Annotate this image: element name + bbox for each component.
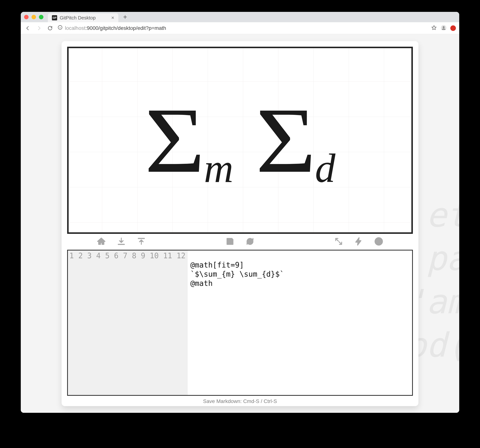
download-icon[interactable] [117,237,126,247]
nav-bar: localhost:9000/gitpitch/desktop/edit?p=m… [21,22,459,34]
code-editor[interactable]: 1 2 3 4 5 6 7 8 9 10 11 12 @math[fit=9] … [67,250,413,396]
editor-card: ΣmΣd 1 2 3 4 5 6 7 8 9 10 11 12 @math[fi… [62,41,418,406]
reload-button[interactable] [46,25,54,31]
svg-point-2 [443,26,445,28]
new-tab-button[interactable]: + [120,13,130,21]
page-body: et pa 'am od( ΣmΣd 1 2 3 4 5 6 7 8 9 10 … [21,34,459,413]
browser-tab[interactable]: GP GitPitch Desktop × [48,13,118,22]
slide-preview: ΣmΣd [67,47,413,234]
sigma-symbol: Σ [256,101,316,180]
home-icon[interactable] [97,237,106,247]
bookmark-star-icon[interactable] [431,25,437,32]
close-window-button[interactable] [24,15,28,19]
status-bar: Save Markdown: Cmd-S / Ctrl-S [67,396,413,405]
svg-rect-3 [228,242,232,244]
help-icon[interactable] [374,237,383,247]
forward-button[interactable] [35,25,43,31]
titlebar: GP GitPitch Desktop × + [21,12,459,22]
editor-code[interactable]: @math[fit=9] `$\sum_{m} \sum_{d}$` @math [188,250,287,395]
close-tab-icon[interactable]: × [111,15,114,21]
bolt-icon[interactable] [354,237,363,247]
svg-point-5 [378,243,379,244]
upload-icon[interactable] [137,237,146,247]
sigma-term: Σd [256,96,335,184]
editor-toolbar [67,234,413,250]
save-icon[interactable] [226,237,234,247]
refresh-icon[interactable] [246,237,254,247]
url-path: :9000/gitpitch/desktop/edit?p=math [85,25,166,31]
browser-window: GP GitPitch Desktop × + localho [21,12,459,413]
sigma-term: Σm [145,96,233,184]
zoom-window-button[interactable] [39,15,43,19]
expand-icon[interactable] [334,237,343,247]
url-host: localhost [65,25,85,31]
sigma-subscript: d [315,145,335,192]
sigma-symbol: Σ [145,101,205,180]
sigma-subscript: m [204,145,233,192]
tab-title: GitPitch Desktop [60,15,96,21]
editor-gutter: 1 2 3 4 5 6 7 8 9 10 11 12 [68,250,188,395]
address-bar[interactable]: localhost:9000/gitpitch/desktop/edit?p=m… [57,25,427,31]
favicon: GP [52,15,57,20]
profile-icon[interactable] [441,25,447,32]
window-controls [24,15,43,19]
formula-display: ΣmΣd [69,48,411,232]
site-info-icon[interactable] [57,25,63,31]
back-button[interactable] [24,25,32,31]
extension-icon[interactable] [450,25,456,31]
minimize-window-button[interactable] [32,15,36,19]
